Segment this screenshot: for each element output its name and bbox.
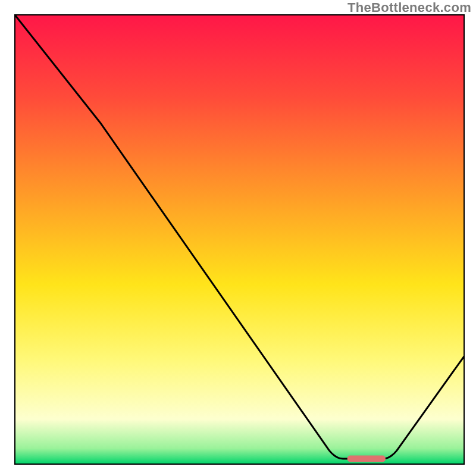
gradient-background	[15, 15, 464, 464]
watermark-text: TheBottleneck.com	[347, 0, 471, 15]
chart-container: TheBottleneck.com	[0, 0, 476, 476]
optimal-marker	[347, 455, 386, 462]
bottleneck-chart	[0, 0, 476, 476]
